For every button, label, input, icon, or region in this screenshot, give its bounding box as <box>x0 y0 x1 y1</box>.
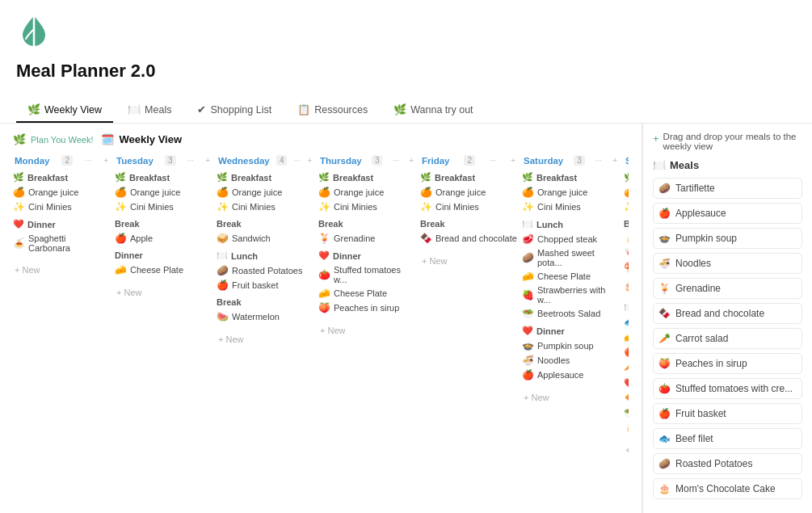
sidebar-meals-title: 🍽️ Meals <box>653 159 802 171</box>
meal-item: 🍫Bread and chocolate <box>420 231 517 246</box>
day-action-wednesday[interactable]: ··· <box>294 156 301 165</box>
sidebar-meal-bread-choc[interactable]: 🍫 Bread and chocolate <box>653 303 802 324</box>
meal-item: 🍓Strawberries with w... <box>522 284 619 306</box>
meal-item: 🎂Mom's Chocolate C... <box>624 275 629 297</box>
meal-group: 🌿Breakfast 🍊Orange juice ✨Cini Minies <box>420 172 517 214</box>
shopping-tab-icon: ✔ <box>197 103 206 116</box>
day-add-tuesday[interactable]: + <box>205 156 210 165</box>
tab-wanna[interactable]: 🌿 Wanna try out <box>382 98 484 123</box>
day-count-saturday: 3 <box>574 155 585 166</box>
meal-group: 🍽️Lunch 🥩Chopped steak 🥔Mashed sweet pot… <box>522 219 619 321</box>
meal-item: 🧀Cheese Plate <box>318 286 415 301</box>
meal-item: 🍹Grenadine <box>318 231 415 246</box>
day-name-sunday: Sunday <box>625 156 629 166</box>
meals-tab-icon: 🍽️ <box>128 103 141 116</box>
day-add-friday[interactable]: + <box>511 156 515 165</box>
group-title: 🌿Breakfast <box>624 172 629 183</box>
day-column-friday: Friday 2 ··· + 🌿Breakfast 🍊Orange juice … <box>420 152 517 513</box>
group-title: 🌿Breakfast <box>420 172 517 183</box>
day-column-monday: Monday 2 ··· + 🌿Breakfast 🍊Orange juice … <box>13 152 110 513</box>
sidebar-meal-applesauce[interactable]: 🍎 Applesauce <box>653 203 802 224</box>
sidebar-meal-fruit[interactable]: 🍎 Fruit basket <box>653 403 802 424</box>
group-title: 🌿Breakfast <box>217 172 313 183</box>
group-title: 🍽️Lunch <box>624 302 629 313</box>
sidebar-meal-stuffed[interactable]: 🍅 Stuffed tomatoes with cre... <box>653 378 802 399</box>
meal-group: 🌿Breakfast 🍊Orange juice ✨Cini Minies <box>13 172 110 214</box>
sidebar-meal-carrot[interactable]: 🥕 Carrot salad <box>653 328 802 349</box>
sidebar-meal-roasted[interactable]: 🥔 Roasted Potatoes <box>653 453 802 474</box>
sidebar-meal-beef[interactable]: 🐟 Beef filet <box>653 428 802 449</box>
day-add-thursday[interactable]: + <box>409 156 414 165</box>
new-meal-btn-saturday[interactable]: + New <box>522 390 619 405</box>
day-action-friday[interactable]: ··· <box>490 156 496 165</box>
day-action-saturday[interactable]: ··· <box>595 156 602 165</box>
meal-item: 🧀Cheese Plate <box>522 269 619 284</box>
day-column-tuesday: Tuesday 3 ··· + 🌿Breakfast 🍊Orange juice… <box>115 152 212 513</box>
group-title: Break <box>217 219 313 229</box>
meal-item: 🍎Apple <box>115 231 212 246</box>
sidebar-meal-tartiflette[interactable]: 🥔 Tartiflette <box>653 178 802 199</box>
app-title: Meal Planner 2.0 <box>16 61 796 82</box>
tab-weekly[interactable]: 🌿 Weekly View <box>16 98 113 123</box>
day-action-monday[interactable]: ··· <box>85 156 91 165</box>
meal-group: ❤️Dinner 🍕Pizza 🥗Green salad 🍦Ice cream <box>624 378 629 435</box>
right-sidebar: + Drag and drop your meals to the weekly… <box>642 124 812 513</box>
day-header-wednesday: Wednesday 4 ··· + <box>217 152 313 169</box>
new-meal-btn-sunday[interactable]: + New <box>624 443 629 457</box>
tab-shopping[interactable]: ✔ Shopping List <box>186 98 283 123</box>
group-title: Dinner <box>115 250 212 260</box>
meal-item: ✨Cini Minies <box>522 200 619 214</box>
meal-item: ✨Cini Minies <box>420 200 517 214</box>
sidebar-hint: + Drag and drop your meals to the weekly… <box>653 132 802 151</box>
plan-icon: 🌿 <box>13 133 26 145</box>
new-meal-btn-tuesday[interactable]: + New <box>115 285 212 300</box>
group-title-breakfast: 🌿Breakfast <box>13 172 110 183</box>
tab-meals[interactable]: 🍽️ Meals <box>116 98 183 123</box>
day-add-wednesday[interactable]: + <box>307 156 312 165</box>
sidebar-meal-pumpkin[interactable]: 🍲 Pumpkin soup <box>653 228 802 249</box>
sidebar-meal-grenadine[interactable]: 🍹 Grenadine <box>653 278 802 299</box>
day-add-monday[interactable]: + <box>103 156 108 165</box>
day-column-thursday: Thursday 3 ··· + 🌿Breakfast 🍊Orange juic… <box>318 152 415 513</box>
meal-item: 🍑Peaches in sirup <box>318 301 415 315</box>
meal-item: ✨Cini Minies <box>624 200 629 214</box>
meal-group: Break 🥪Sandwich <box>217 219 313 246</box>
meal-group: 🍽️Lunch 🥔Roasted Potatoes 🍎Fruit basket <box>217 250 313 292</box>
meal-emoji-tartiflette: 🥔 <box>658 183 671 194</box>
meal-group: ❤️Dinner 🍲Pumpkin soup 🍜Noodles 🍎Applesa… <box>522 326 619 382</box>
meal-group: Break 🍫Bread and chocolate <box>420 219 517 246</box>
meal-emoji-moms-cake: 🎂 <box>658 483 671 494</box>
day-action-thursday[interactable]: ··· <box>393 156 399 165</box>
day-column-saturday: Saturday 3 ··· + 🌿Breakfast 🍊Orange juic… <box>522 152 619 513</box>
meal-item: 🍎Fruit basket <box>624 344 629 359</box>
day-header-thursday: Thursday 3 ··· + <box>318 152 415 169</box>
tab-resources[interactable]: 📋 Ressources <box>286 98 379 123</box>
day-header-monday: Monday 2 ··· + <box>13 152 110 169</box>
day-action-tuesday[interactable]: ··· <box>187 156 194 165</box>
meal-item: 🍬Macarons <box>624 246 629 260</box>
resources-tab-icon: 📋 <box>297 103 310 116</box>
meal-item: 🍲Pumpkin soup <box>522 338 619 353</box>
meal-item: ✨Cini Minies <box>13 200 110 214</box>
meal-emoji-fruit: 🍎 <box>658 408 671 419</box>
sidebar-meal-noodles[interactable]: 🍜 Noodles <box>653 253 802 274</box>
meal-item: 🥕Carrot salad <box>624 359 629 373</box>
new-meal-btn-friday[interactable]: + New <box>420 254 517 268</box>
group-title: Break <box>624 219 629 229</box>
meal-item: 🍉Watermelon <box>217 309 313 324</box>
new-meal-btn-wednesday[interactable]: + New <box>217 332 313 347</box>
meal-item: 🍝Spaghetti Carbonara <box>13 232 110 254</box>
sidebar-meal-moms-cake[interactable]: 🎂 Mom's Chocolate Cake <box>653 478 802 499</box>
group-title: Break <box>217 297 313 307</box>
new-meal-btn-thursday[interactable]: + New <box>318 323 415 338</box>
meal-emoji-grenadine: 🍹 <box>658 283 671 294</box>
day-add-saturday[interactable]: + <box>612 156 617 165</box>
new-meal-btn-monday[interactable]: + New <box>13 263 110 277</box>
group-title: 🌿Breakfast <box>522 172 619 183</box>
sidebar-meal-peaches[interactable]: 🍑 Peaches in sirup <box>653 353 802 374</box>
meal-emoji-beef: 🐟 <box>658 433 671 444</box>
day-name-wednesday: Wednesday <box>218 156 270 166</box>
top-header: Meal Planner 2.0 <box>0 0 812 98</box>
meal-item: 🐟Beef filet <box>624 315 629 330</box>
meal-group: Dinner 🧀Cheese Plate <box>115 250 212 277</box>
